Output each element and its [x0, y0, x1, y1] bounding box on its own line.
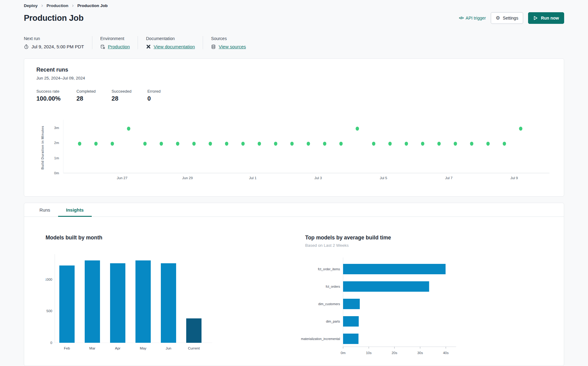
- tab-bar: Runs Insights: [24, 203, 564, 217]
- svg-text:500: 500: [46, 309, 52, 313]
- info-sources: Sources View sources: [203, 36, 254, 49]
- view-sources-label: View sources: [219, 44, 246, 49]
- gear-icon: ⚙: [496, 16, 500, 20]
- run-scatter-point[interactable]: [78, 142, 81, 146]
- run-scatter-point[interactable]: [160, 142, 163, 146]
- run-scatter-point[interactable]: [192, 142, 196, 146]
- api-trigger-link[interactable]: </> API trigger: [459, 16, 486, 20]
- info-environment: Environment Production: [92, 36, 138, 49]
- month-bar[interactable]: [161, 263, 176, 343]
- chevron-right-icon: ›: [41, 3, 43, 8]
- svg-text:0: 0: [50, 341, 52, 345]
- environment-link[interactable]: Production: [100, 44, 130, 49]
- run-scatter-point[interactable]: [405, 142, 408, 146]
- chevron-right-icon: ›: [72, 3, 74, 8]
- next-run-datetime: Jul 9, 2024, 5:00 PM PDT: [31, 44, 84, 49]
- svg-text:materialization_incremental: materialization_incremental: [301, 337, 340, 341]
- svg-text:Jul 1: Jul 1: [249, 176, 257, 180]
- page: Deploy › Production › Production Job Pro…: [0, 0, 588, 366]
- run-scatter-point[interactable]: [437, 142, 441, 146]
- stat-label: Errored: [147, 89, 161, 94]
- info-label: Sources: [211, 36, 246, 41]
- run-scatter-point[interactable]: [372, 142, 375, 146]
- info-documentation: Documentation View documentation: [138, 36, 203, 49]
- svg-text:Apr: Apr: [115, 346, 120, 350]
- run-scatter-point[interactable]: [519, 127, 522, 131]
- run-scatter-point[interactable]: [470, 142, 473, 146]
- svg-text:10s: 10s: [366, 351, 372, 355]
- stat-label: Success rate: [36, 89, 61, 94]
- month-bar[interactable]: [135, 261, 151, 343]
- stat-value: 28: [76, 95, 96, 102]
- stat-completed: Completed 28: [76, 89, 96, 102]
- run-scatter-point[interactable]: [323, 142, 326, 146]
- run-scatter-point[interactable]: [388, 142, 392, 146]
- run-scatter-point[interactable]: [290, 142, 294, 146]
- stat-value: 28: [112, 95, 131, 102]
- breadcrumb-deploy[interactable]: Deploy: [24, 3, 38, 8]
- model-build-time-bar[interactable]: [343, 264, 446, 274]
- month-bar[interactable]: [85, 261, 100, 343]
- model-build-time-bar[interactable]: [343, 299, 360, 309]
- stat-value: 100.00%: [36, 95, 61, 102]
- svg-text:1000: 1000: [46, 278, 52, 281]
- run-scatter-point[interactable]: [176, 142, 179, 146]
- recent-runs-date-range: Jun 25, 2024–Jul 09, 2024: [36, 76, 552, 80]
- run-now-label: Run now: [541, 16, 559, 20]
- run-scatter-point[interactable]: [274, 142, 277, 146]
- svg-text:May: May: [140, 346, 146, 350]
- code-brackets-icon: </>: [459, 16, 464, 20]
- tab-insights[interactable]: Insights: [58, 203, 92, 217]
- run-scatter-point[interactable]: [209, 142, 212, 146]
- run-scatter-point[interactable]: [241, 142, 245, 146]
- month-bar[interactable]: [110, 263, 125, 343]
- info-label: Environment: [100, 36, 130, 41]
- month-bar[interactable]: [186, 318, 202, 343]
- api-trigger-label: API trigger: [466, 16, 486, 20]
- svg-text:Jul 5: Jul 5: [380, 176, 387, 180]
- model-build-time-bar[interactable]: [343, 316, 359, 327]
- run-scatter-point[interactable]: [503, 142, 506, 146]
- view-documentation-label: View documentation: [153, 44, 195, 49]
- stat-success-rate: Success rate 100.00%: [36, 89, 61, 102]
- recent-runs-card: Recent runs Jun 25, 2024–Jul 09, 2024 Su…: [24, 58, 564, 197]
- run-scatter-point[interactable]: [94, 142, 98, 146]
- svg-text:30s: 30s: [417, 351, 423, 355]
- run-scatter-point[interactable]: [339, 142, 343, 146]
- stat-errored: Errored 0: [147, 89, 161, 102]
- svg-text:dim_parts: dim_parts: [326, 320, 340, 323]
- run-scatter-point[interactable]: [421, 142, 424, 146]
- breadcrumb-production[interactable]: Production: [46, 3, 68, 8]
- run-scatter-point[interactable]: [143, 142, 147, 146]
- run-scatter-point[interactable]: [454, 142, 457, 146]
- run-scatter-point[interactable]: [307, 142, 310, 146]
- svg-text:Feb: Feb: [64, 346, 70, 350]
- run-now-button[interactable]: Run now: [528, 12, 564, 24]
- run-scatter-point[interactable]: [127, 127, 130, 131]
- breadcrumb: Deploy › Production › Production Job: [24, 0, 564, 8]
- tab-runs[interactable]: Runs: [31, 203, 58, 217]
- page-header: Production Job </> API trigger ⚙ Setting…: [24, 12, 564, 24]
- svg-text:3m: 3m: [54, 126, 59, 130]
- svg-text:Build Duration in Minutes: Build Duration in Minutes: [41, 126, 44, 169]
- database-icon: [211, 44, 216, 49]
- run-scatter-point[interactable]: [356, 127, 359, 131]
- run-scatter-point[interactable]: [225, 142, 228, 146]
- model-build-time-bar[interactable]: [343, 334, 358, 344]
- model-build-time-bar[interactable]: [343, 281, 429, 292]
- svg-text:Jul 9: Jul 9: [510, 176, 518, 180]
- stat-succeeded: Succeeded 28: [112, 89, 131, 102]
- run-scatter-point[interactable]: [111, 142, 114, 146]
- view-sources-link[interactable]: View sources: [211, 44, 246, 49]
- top-models-block: Top models by average build time Based o…: [293, 235, 476, 358]
- environment-name: Production: [108, 44, 130, 49]
- run-scatter-point[interactable]: [486, 142, 490, 146]
- view-documentation-link[interactable]: View documentation: [146, 44, 195, 49]
- month-bar[interactable]: [59, 265, 75, 343]
- job-detail-card: Runs Insights Models built by month 0500…: [24, 203, 564, 366]
- svg-text:2m: 2m: [54, 141, 59, 145]
- svg-text:1m: 1m: [54, 156, 59, 160]
- settings-button[interactable]: ⚙ Settings: [491, 12, 523, 24]
- svg-text:0m: 0m: [341, 351, 346, 355]
- run-scatter-point[interactable]: [258, 142, 261, 146]
